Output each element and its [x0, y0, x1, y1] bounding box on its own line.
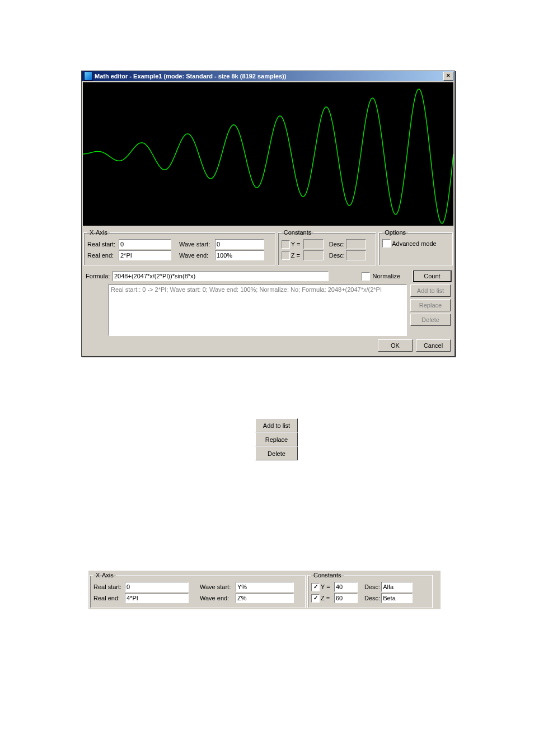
y-desc-label-2: Desc: — [364, 584, 380, 590]
constants-legend: Constants — [282, 229, 314, 236]
app-icon — [84, 72, 93, 81]
list-item[interactable]: Real start:: 0 -> 2*PI; Wave start: 0; W… — [111, 286, 404, 293]
y-label: Y = — [291, 241, 302, 248]
replace-button[interactable]: Replace — [410, 299, 451, 311]
wave-start-label: Wave start: — [179, 241, 214, 248]
titlebar: Math editor - Example1 (mode: Standard -… — [82, 71, 455, 81]
options-legend: Options — [382, 229, 408, 236]
normalize-label: Normalize — [372, 273, 400, 279]
z-checkbox — [282, 251, 290, 260]
z-value-input-2[interactable] — [334, 593, 358, 603]
y-value-input — [303, 239, 324, 249]
add-to-list-button-2[interactable]: Add to list — [255, 418, 298, 432]
xaxis-group-2: X-Axis Real start: Real end: Wave start: — [90, 572, 306, 608]
real-start-input-2[interactable] — [125, 582, 189, 592]
count-button[interactable]: Count — [413, 270, 452, 282]
waveform-path — [83, 89, 453, 223]
xaxis-legend-2: X-Axis — [93, 572, 116, 578]
z-desc-input — [346, 250, 366, 260]
constants-group: Constants Y = Desc: Z = Desc: — [278, 229, 376, 265]
z-label-2: Z = — [321, 595, 333, 601]
wave-end-input-2[interactable] — [236, 593, 294, 603]
history-listbox[interactable]: Real start:: 0 -> 2*PI; Wave start: 0; W… — [108, 284, 407, 336]
button-stack: Add to list Replace Delete — [255, 418, 298, 460]
ok-button[interactable]: OK — [378, 339, 413, 352]
wave-end-input[interactable] — [215, 250, 264, 260]
y-desc-input — [346, 239, 366, 249]
y-label-2: Y = — [321, 584, 333, 590]
wave-end-label-2: Wave end: — [200, 595, 235, 601]
xaxis-constants-panel: X-Axis Real start: Real end: Wave start: — [88, 571, 441, 609]
wave-start-label-2: Wave start: — [200, 584, 235, 590]
z-desc-label: Desc: — [329, 252, 345, 259]
y-checkbox-2[interactable] — [311, 583, 320, 591]
constants-group-2: Constants Y = Desc: Z = Desc: — [307, 572, 433, 608]
wave-start-input-2[interactable] — [236, 582, 294, 592]
math-editor-window: Math editor - Example1 (mode: Standard -… — [81, 71, 455, 357]
y-checkbox — [282, 240, 290, 249]
real-end-input-2[interactable] — [125, 593, 189, 603]
xaxis-group: X-Axis Real start: Real end: — [83, 229, 275, 265]
xaxis-legend: X-Axis — [87, 229, 110, 236]
z-value-input — [303, 250, 324, 260]
real-end-label: Real end: — [87, 252, 118, 259]
wave-start-input[interactable] — [215, 239, 264, 249]
y-desc-label: Desc: — [329, 241, 345, 248]
z-desc-label-2: Desc: — [364, 595, 380, 601]
real-end-input[interactable] — [119, 250, 171, 260]
constants-legend-2: Constants — [311, 572, 344, 578]
add-to-list-button[interactable]: Add to list — [410, 284, 451, 297]
options-group: Options Advanced mode — [378, 229, 453, 265]
real-start-label: Real start: — [87, 241, 118, 248]
normalize-checkbox[interactable] — [362, 272, 370, 281]
advanced-mode-checkbox[interactable] — [382, 239, 391, 248]
replace-button-2[interactable]: Replace — [255, 432, 298, 446]
close-button[interactable]: ✕ — [443, 72, 453, 81]
real-start-input[interactable] — [119, 239, 171, 249]
cancel-button[interactable]: Cancel — [416, 339, 451, 352]
delete-button-2[interactable]: Delete — [255, 446, 298, 460]
z-desc-input-2[interactable] — [381, 593, 413, 603]
y-value-input-2[interactable] — [334, 582, 358, 592]
advanced-mode-label: Advanced mode — [392, 240, 437, 247]
z-checkbox-2[interactable] — [311, 594, 320, 603]
formula-input[interactable] — [113, 271, 329, 281]
delete-button[interactable]: Delete — [410, 314, 451, 326]
wave-end-label: Wave end: — [179, 252, 214, 259]
formula-label: Formula: — [86, 273, 110, 279]
real-start-label-2: Real start: — [93, 584, 124, 590]
window-title: Math editor - Example1 (mode: Standard -… — [95, 73, 286, 80]
waveform-plot — [83, 82, 453, 226]
z-label: Z = — [291, 252, 302, 259]
real-end-label-2: Real end: — [93, 595, 124, 601]
y-desc-input-2[interactable] — [381, 582, 413, 592]
